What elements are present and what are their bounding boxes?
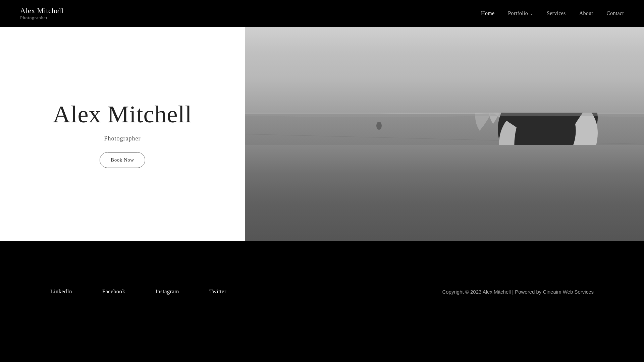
site-footer: LinkedIn Facebook Instagram Twitter Copy… [0,241,644,308]
main-nav: Home Portfolio ⌄ Services About Contact [481,10,624,16]
footer-copyright: Copyright © 2023 Alex Mitchell | Powered… [442,289,594,295]
svg-point-10 [529,62,534,65]
hero-left: Alex Mitchell Photographer Book Now [0,27,245,241]
nav-services[interactable]: Services [547,10,566,16]
svg-rect-12 [533,87,546,104]
nav-portfolio-wrapper[interactable]: Portfolio ⌄ [508,10,533,16]
footer-links: LinkedIn Facebook Instagram Twitter [50,288,226,295]
nav-contact[interactable]: Contact [606,10,624,16]
svg-point-7 [506,30,567,104]
logo-name: Alex Mitchell [20,6,63,15]
svg-point-11 [542,61,548,65]
footer-twitter[interactable]: Twitter [209,288,226,295]
footer-linkedin[interactable]: LinkedIn [50,288,72,295]
svg-point-9 [525,55,545,79]
footer-bottom: LinkedIn Facebook Instagram Twitter Copy… [50,278,594,295]
book-now-button[interactable]: Book Now [100,152,145,168]
hero-photo-svg [245,27,644,241]
powered-by-link[interactable]: Cineaim Web Services [543,289,594,295]
hero-title: Alex Mitchell [53,101,192,128]
hero-photo-bg [245,27,644,241]
svg-point-8 [518,40,562,90]
logo[interactable]: Alex Mitchell Photographer [20,6,63,20]
hero-image [245,27,644,241]
chevron-down-icon: ⌄ [530,11,533,16]
nav-about[interactable]: About [579,10,593,16]
svg-line-5 [245,174,644,178]
footer-instagram[interactable]: Instagram [155,288,179,295]
svg-point-6 [376,122,382,130]
site-header: Alex Mitchell Photographer Home Portfoli… [0,0,644,27]
footer-facebook[interactable]: Facebook [102,288,125,295]
nav-home[interactable]: Home [481,10,494,16]
copyright-text: Copyright © 2023 Alex Mitchell | Powered… [442,289,543,295]
svg-rect-0 [245,27,644,114]
hero-section: Alex Mitchell Photographer Book Now [0,27,644,241]
svg-line-4 [245,154,644,161]
logo-subtitle: Photographer [20,15,63,20]
nav-portfolio[interactable]: Portfolio [508,10,528,16]
hero-subtitle: Photographer [104,135,141,142]
